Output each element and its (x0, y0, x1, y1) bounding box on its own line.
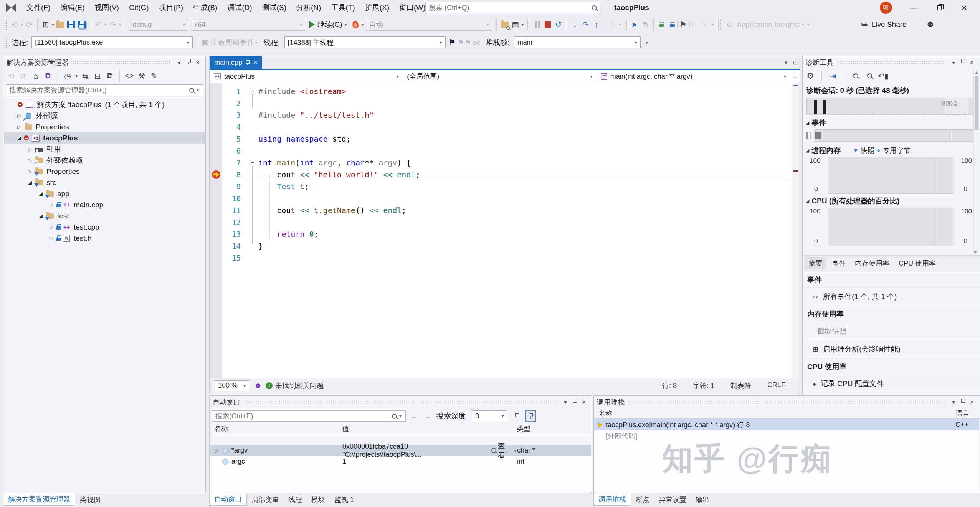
app-insights-label[interactable]: Application Insights (737, 20, 800, 29)
restart-icon[interactable]: ↺ (553, 19, 564, 30)
status-eol[interactable]: CRLF (767, 381, 785, 390)
breakpoint-margin[interactable] (210, 157, 222, 168)
process-dropdown[interactable]: [11560] taocpPlus.exe▾ (31, 36, 193, 48)
project-dropdown[interactable]: +± taocpPlus▾ (210, 70, 403, 83)
scroll-down-icon[interactable]: ▾ (803, 249, 980, 255)
expanded-icon[interactable]: ◢ (36, 191, 45, 197)
undo-icon[interactable]: ↶ (93, 19, 104, 30)
tree-item[interactable]: ▷外部源 (4, 110, 205, 121)
redo-icon[interactable]: ↷ (107, 19, 118, 30)
breakpoint-margin[interactable] (210, 85, 222, 97)
view-code-icon[interactable]: <> (124, 70, 135, 82)
solution-platform-dropdown[interactable]: x64▾ (191, 19, 306, 31)
step-out-icon[interactable]: ↑ (591, 19, 602, 30)
pin-icon[interactable] (570, 398, 579, 406)
menu-item[interactable]: 调试(D) (222, 0, 257, 15)
breakpoint-settings-icon[interactable]: ⚐ (608, 19, 618, 30)
flag-current-thread-icon[interactable]: ⚑ (447, 37, 458, 48)
autos-tab[interactable]: 自动窗口 (209, 493, 247, 506)
flag-values-icon[interactable] (511, 410, 522, 422)
settings-gear-icon[interactable]: ⚙ (805, 70, 816, 82)
code-line[interactable]: 15 (210, 252, 792, 264)
chevron-down-icon[interactable]: ▾ (514, 448, 516, 453)
menu-item[interactable]: 项目(P) (154, 0, 188, 15)
toolbar-grip[interactable] (718, 19, 721, 30)
breakpoint-margin[interactable] (210, 252, 222, 264)
breakpoint-margin[interactable] (210, 240, 222, 252)
outline-margin[interactable]: − (247, 89, 258, 94)
pin-icon[interactable] (958, 59, 967, 66)
tree-item[interactable]: ◢src (4, 177, 205, 188)
tab-options-icon[interactable]: ⊡ (793, 59, 798, 66)
toolbar-grip[interactable] (4, 19, 7, 30)
code-line[interactable]: 14} (210, 240, 792, 252)
zoom-in-icon[interactable]: + (850, 70, 861, 82)
navigate-forward-icon[interactable]: ⟳ (24, 19, 35, 30)
code-line[interactable]: 6 (210, 145, 792, 157)
events-track[interactable] (814, 129, 976, 142)
tree-item[interactable]: ◢+±taocpPlus (4, 132, 205, 144)
code-line[interactable]: 2 (210, 97, 792, 109)
call-stack-tab[interactable]: 异常设置 (654, 493, 691, 506)
pin-icon[interactable] (958, 398, 967, 406)
tree-item[interactable]: ◢test (4, 210, 205, 221)
window-position-icon[interactable]: ▾ (175, 59, 184, 66)
collapsed-icon[interactable]: ▷ (25, 146, 35, 152)
forward-icon[interactable]: ⟳ (18, 70, 29, 82)
home-icon[interactable]: ⌂ (30, 70, 41, 82)
autos-search-box[interactable]: ▾ (212, 410, 406, 422)
menu-item[interactable]: 编辑(E) (55, 0, 89, 15)
code-line[interactable]: 7−int main(int argc, char** argv) { (210, 157, 792, 168)
code-line[interactable]: 3#include "../test/test.h" (210, 109, 792, 121)
search-next-icon[interactable]: → (423, 410, 433, 422)
close-button[interactable]: ✕ (955, 0, 973, 15)
properties-icon[interactable]: ⧉ (104, 70, 115, 82)
breakpoint-margin[interactable] (210, 133, 222, 145)
code-area[interactable]: 1−#include <iostream>23#include "../test… (210, 83, 792, 378)
search-depth-dropdown[interactable]: 3▾ (472, 410, 507, 422)
live-share-label[interactable]: Live Share (872, 20, 907, 29)
quick-search-box[interactable] (425, 2, 600, 13)
zoom-out-icon[interactable]: − (864, 70, 875, 82)
menu-item[interactable]: Git(G) (124, 0, 154, 15)
back-icon[interactable]: ⟲ (6, 70, 17, 82)
collapsed-icon[interactable]: ▷ (47, 235, 56, 241)
tree-item[interactable]: 解决方案 'taocpPlus' (1 个项目, 共 1 个) (4, 99, 205, 110)
diagnostics-scrollbar[interactable]: ▲ (973, 69, 979, 249)
solution-explorer-search-box[interactable]: ▾ (6, 84, 203, 96)
save-all-icon[interactable] (76, 19, 87, 30)
call-stack-column-headers[interactable]: 名称 语言 (594, 408, 980, 419)
search-prev-icon[interactable]: ← (409, 410, 420, 422)
line-structure-icon[interactable]: ≣ (656, 19, 667, 30)
breakpoint-margin[interactable] (210, 216, 222, 228)
summary-action[interactable]: ●记录 CPU 配置文件 (803, 375, 980, 393)
autos-tab[interactable]: 模块 (307, 493, 330, 506)
autos-tab[interactable]: 局部变量 (247, 493, 284, 506)
cpu-chart[interactable]: 100 0 100 0 (805, 208, 977, 246)
autos-row[interactable]: argc1int (210, 456, 591, 467)
member-dropdown[interactable]: main(int argc, char ** argv)▾ (597, 70, 790, 83)
expanded-icon[interactable]: ◢ (36, 213, 45, 219)
menu-item[interactable]: 扩展(X) (360, 0, 394, 15)
breakpoint-current-statement-icon[interactable] (210, 168, 222, 180)
tree-item[interactable]: ▷Properties (4, 121, 205, 132)
open-folder-icon[interactable] (55, 19, 66, 30)
breakpoint-margin[interactable] (210, 97, 222, 109)
search-icon[interactable] (592, 5, 597, 10)
code-line[interactable]: 1−#include <iostream> (210, 85, 792, 97)
menu-item[interactable]: 生成(B) (188, 0, 222, 15)
run-to-cursor-icon[interactable]: ➤ (629, 19, 640, 30)
call-stack-title-bar[interactable]: 调用堆栈 ▾ ✕ (594, 396, 980, 408)
lifecycle-events-label[interactable]: 生命周期事件 (210, 38, 254, 48)
menu-item[interactable]: 视图(V) (90, 0, 124, 15)
suppress-loop-icon[interactable]: ⋈ (471, 37, 482, 48)
code-line[interactable]: 10 (210, 192, 792, 204)
tree-item[interactable]: ▷++test.cpp (4, 221, 205, 233)
bookmark-next-icon[interactable]: ⚐ (686, 19, 697, 30)
minimize-button[interactable]: — (905, 0, 922, 15)
breakpoint-margin[interactable] (210, 204, 222, 216)
live-share-icon[interactable]: ⮩ (859, 19, 870, 30)
show-output-window-icon[interactable]: ▤ (510, 19, 521, 30)
find-in-files-icon[interactable] (499, 19, 510, 30)
thread-dropdown[interactable]: [14388] 主线程▾ (284, 36, 446, 48)
